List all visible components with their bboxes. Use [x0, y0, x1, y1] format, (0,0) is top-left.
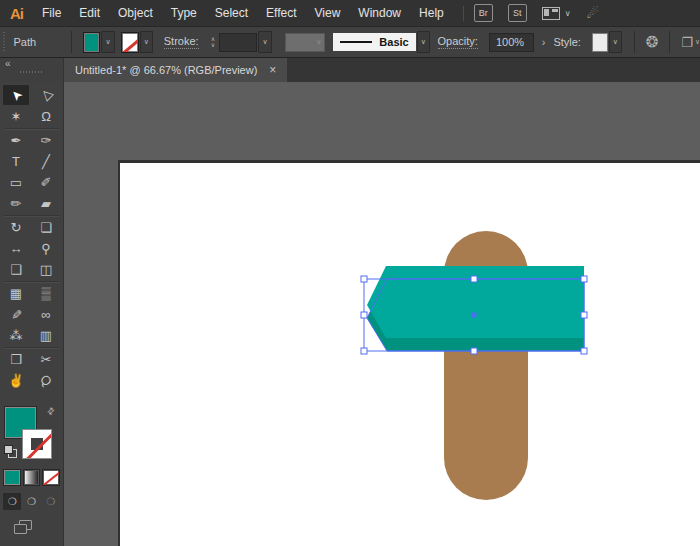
swap-fill-stroke-icon[interactable]: ⇄	[45, 405, 57, 417]
selection-handle[interactable]	[581, 276, 587, 282]
color-button[interactable]	[3, 469, 21, 486]
none-button[interactable]	[42, 469, 60, 486]
menu-select[interactable]: Select	[206, 6, 257, 20]
line-segment-tool[interactable]: ╱	[33, 151, 59, 171]
control-bar-grip[interactable]	[3, 32, 5, 52]
puppet-warp-tool[interactable]: ⚲	[33, 238, 59, 258]
type-tool[interactable]: T	[3, 151, 29, 171]
document-tab[interactable]: Untitled-1* @ 66.67% (RGB/Preview) ×	[64, 58, 287, 82]
gradient-button[interactable]	[23, 469, 41, 486]
lasso-tool[interactable]: Ω	[33, 106, 59, 126]
menu-help[interactable]: Help	[410, 6, 453, 20]
document-setup-chevron-down-icon[interactable]: ∨	[695, 38, 700, 46]
draw-normal-button[interactable]: ❍	[3, 493, 21, 510]
selection-handle[interactable]	[471, 348, 477, 354]
selection-tool[interactable]: ➤	[3, 85, 29, 105]
stroke-chevron-down-icon[interactable]: ∨	[140, 31, 153, 53]
paintbrush-tool[interactable]: ✐	[33, 172, 59, 192]
menubar-divider	[463, 6, 464, 21]
gradient-tool[interactable]: ▒	[33, 283, 59, 303]
document-setup-icon[interactable]: ❐	[681, 35, 693, 50]
menu-effect[interactable]: Effect	[257, 6, 305, 20]
mesh-tool[interactable]: ▦	[3, 283, 29, 303]
selected-object-type-label: Path	[13, 36, 36, 48]
menu-edit[interactable]: Edit	[70, 6, 109, 20]
selection-handle[interactable]	[361, 312, 367, 318]
selection-handle[interactable]	[581, 348, 587, 354]
canvas-area[interactable]	[64, 82, 700, 546]
fill-chevron-down-icon[interactable]: ∨	[101, 31, 114, 53]
magic-wand-tool[interactable]: ✶	[3, 106, 29, 126]
artboard-tool[interactable]: ❒	[3, 349, 29, 369]
toolbar-drag-grip[interactable]	[20, 71, 42, 73]
stroke-weight-field[interactable]	[219, 33, 257, 52]
graphic-styles-panel-button[interactable]: St	[508, 4, 527, 22]
menu-object[interactable]: Object	[109, 6, 162, 20]
puppet-warp-tool-icon: ⚲	[41, 242, 51, 255]
selection-handle[interactable]	[581, 312, 587, 318]
slice-tool[interactable]: ✂	[33, 349, 59, 369]
pen-tool[interactable]: ✒	[3, 130, 29, 150]
symbol-sprayer-tool[interactable]: ⁂	[3, 325, 29, 345]
selection-handle[interactable]	[471, 276, 477, 282]
stroke-color-indicator[interactable]	[22, 429, 52, 459]
opacity-label[interactable]: Opacity:	[438, 35, 478, 49]
collapse-panel-icon[interactable]: «	[5, 58, 11, 69]
menu-file[interactable]: File	[33, 6, 70, 20]
width-profile-dropdown[interactable]: ∨	[285, 33, 326, 52]
perspective-grid-tool[interactable]: ◫	[33, 259, 59, 279]
style-chevron-down-icon[interactable]: ∨	[609, 31, 622, 53]
default-fill-stroke-icon[interactable]	[4, 445, 17, 458]
selection-center-point[interactable]	[472, 313, 477, 318]
selection-handle[interactable]	[361, 348, 367, 354]
rectangle-tool[interactable]: ▭	[3, 172, 29, 192]
opacity-field[interactable]: 100%	[489, 33, 534, 52]
brush-chevron-down-icon[interactable]: ∨	[417, 31, 430, 53]
stroke-weight-chevron-down-icon[interactable]: ∨	[258, 31, 271, 53]
stroke-color-none-swatch[interactable]	[121, 32, 138, 53]
stroke-weight-stepper[interactable]: ∧∨	[211, 36, 215, 48]
direct-selection-tool[interactable]: ▷	[33, 85, 59, 105]
menu-window[interactable]: Window	[349, 6, 410, 20]
illustrator-logo: Ai	[10, 5, 23, 22]
menu-items: FileEditObjectTypeSelectEffectViewWindow…	[33, 6, 453, 20]
opacity-expand-arrow[interactable]: ›	[542, 36, 546, 48]
tab-close-icon[interactable]: ×	[269, 64, 276, 76]
width-tool[interactable]: ↔	[3, 238, 29, 258]
brush-definition-dropdown[interactable]: Basic	[333, 33, 415, 51]
stroke-weight-label[interactable]: Stroke:	[164, 35, 199, 49]
pencil-tool[interactable]: ✏	[3, 193, 29, 213]
graphic-style-swatch[interactable]	[592, 33, 608, 52]
tool-row: ✶Ω	[0, 106, 63, 127]
rotate-tool[interactable]: ↻	[3, 217, 29, 237]
hand-tool[interactable]: ✌	[3, 370, 29, 390]
zoom-tool[interactable]: Q	[33, 370, 59, 390]
curvature-tool[interactable]: ✑	[33, 130, 59, 150]
eyedropper-tool[interactable]: ✎	[3, 304, 29, 324]
change-screen-mode-icon[interactable]	[14, 520, 31, 533]
brushes-panel-button[interactable]: Br	[474, 4, 493, 22]
eraser-tool[interactable]: ▰	[33, 193, 59, 213]
blend-tool[interactable]: ∞	[33, 304, 59, 324]
type-tool-icon: T	[12, 155, 20, 168]
shape-builder-tool[interactable]: ❑	[3, 259, 29, 279]
column-graph-tool[interactable]: ▥	[33, 325, 59, 345]
shape-builder-tool-icon: ❑	[10, 263, 22, 276]
draw-behind-button[interactable]: ❍	[22, 493, 40, 510]
recolor-artwork-icon[interactable]: ❂	[646, 33, 659, 51]
workspace-switcher-icon[interactable]	[542, 7, 560, 20]
draw-inside-button[interactable]: ❍	[42, 493, 60, 510]
menu-bar: Ai FileEditObjectTypeSelectEffectViewWin…	[0, 0, 700, 26]
menu-view[interactable]: View	[306, 6, 350, 20]
gpu-performance-icon[interactable]: ☄	[587, 5, 600, 21]
scale-tool[interactable]: ❏	[33, 217, 59, 237]
width-tool-icon: ↔	[10, 242, 23, 255]
tools-panel: ➤▷✶Ω✒✑T╱▭✐✏▰↻❏↔⚲❑◫▦▒✎∞⁂▥❒✂✌Q ⇄ ❍ ❍ ❍	[0, 82, 64, 546]
fill-color-swatch[interactable]	[83, 32, 100, 53]
selection-handle[interactable]	[361, 276, 367, 282]
mesh-tool-icon: ▦	[10, 287, 22, 300]
menu-type[interactable]: Type	[162, 6, 206, 20]
control-bar-divider	[669, 31, 670, 53]
workspace-chevron-down-icon[interactable]: ∨	[565, 9, 571, 18]
control-bar-divider	[71, 31, 72, 53]
